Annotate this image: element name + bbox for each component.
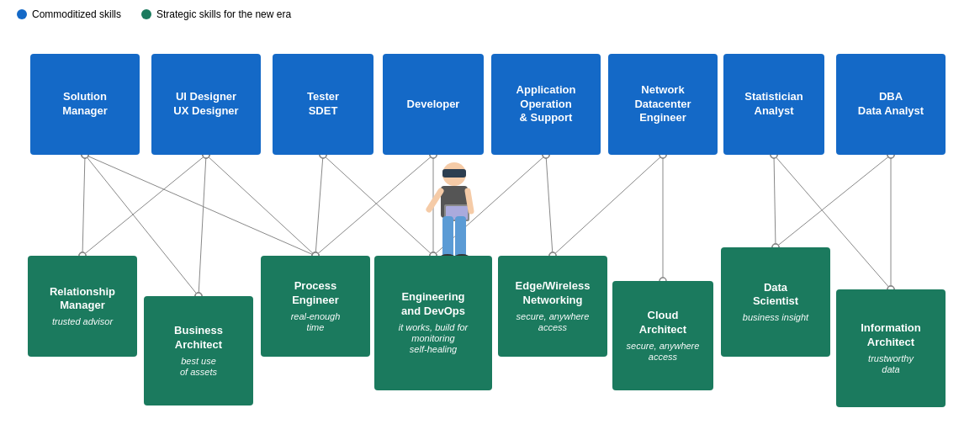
data-scientist-subtitle: business insight [743, 312, 808, 323]
edge-wireless-title: Edge/Wireless Networking [516, 279, 591, 308]
edge-wireless-subtitle: secure, anywhere access [516, 311, 590, 333]
svg-line-6 [85, 155, 315, 256]
ui-designer-card: UI Designer UX Designer [151, 54, 261, 155]
svg-line-42 [774, 155, 776, 247]
developer-title: Developer [407, 98, 460, 112]
statistician-title: Statistician Analyst [744, 90, 803, 119]
svg-line-24 [315, 155, 433, 256]
relationship-manager-title: Relationship Manager [50, 285, 115, 314]
svg-line-12 [199, 155, 206, 296]
svg-line-60 [468, 191, 471, 211]
business-architect-title: Business Architect [174, 324, 223, 352]
svg-line-9 [82, 155, 206, 256]
svg-line-18 [315, 155, 323, 256]
ui-designer-title: UI Designer UX Designer [173, 90, 238, 119]
legend-commoditized: Commoditized skills [17, 8, 121, 20]
process-engineer-card: Process Engineerreal-enough time [261, 256, 370, 357]
info-architect-title: Information Architect [861, 321, 921, 350]
solution-manager-title: Solution Manager [62, 90, 107, 119]
svg-line-36 [553, 155, 663, 256]
strategic-dot [141, 9, 151, 19]
svg-line-0 [82, 155, 85, 256]
svg-rect-55 [442, 169, 466, 178]
tester-title: Tester SDET [307, 90, 339, 119]
dba-card: DBA Data Analyst [836, 54, 946, 155]
relationship-manager-subtitle: trusted advisor [52, 316, 113, 327]
svg-line-59 [429, 191, 441, 209]
cloud-architect-subtitle: secure, anywhere access [627, 341, 700, 363]
info-architect-subtitle: trustworthy data [868, 353, 914, 375]
statistician-card: Statistician Analyst [723, 54, 824, 155]
process-engineer-title: Process Engineer [292, 279, 339, 308]
dba-title: DBA Data Analyst [858, 90, 924, 119]
svg-line-33 [546, 155, 553, 256]
relationship-manager-card: Relationship Managertrusted advisor [28, 256, 137, 357]
commoditized-label: Commoditized skills [32, 8, 121, 20]
svg-line-48 [776, 155, 891, 247]
network-dc-title: Network Datacenter Engineer [634, 83, 691, 126]
business-architect-card: Business Architectbest use of assets [144, 296, 253, 405]
svg-rect-61 [442, 216, 453, 258]
network-dc-card: Network Datacenter Engineer [608, 54, 718, 155]
developer-card: Developer [383, 54, 484, 155]
edge-wireless-card: Edge/Wireless Networkingsecure, anywhere… [498, 256, 607, 357]
app-operation-title: Application Operation & Support [516, 83, 576, 126]
data-scientist-title: Data Scientist [753, 281, 798, 310]
diagram-area: const data = JSON.parse(document.getElem… [0, 29, 980, 416]
info-architect-card: Information Architecttrustworthy data [836, 289, 946, 407]
eng-devops-title: Engineering and DevOps [401, 290, 465, 319]
eng-devops-card: Engineering and DevOpsit works, build fo… [374, 256, 492, 390]
tester-card: Tester SDET [273, 54, 373, 155]
app-operation-card: Application Operation & Support [491, 54, 601, 155]
commoditized-dot [17, 9, 27, 19]
data-scientist-card: Data Scientistbusiness insight [721, 247, 830, 357]
legend-strategic: Strategic skills for the new era [141, 8, 291, 20]
eng-devops-subtitle: it works, build for monitoring self-heal… [399, 322, 469, 356]
cloud-architect-card: Cloud Architectsecure, anywhere access [612, 281, 713, 390]
cloud-architect-title: Cloud Architect [639, 309, 686, 337]
svg-line-21 [323, 155, 433, 256]
svg-line-15 [206, 155, 315, 256]
svg-rect-62 [455, 216, 466, 258]
process-engineer-subtitle: real-enough time [291, 311, 341, 333]
solution-manager-card: Solution Manager [30, 54, 140, 155]
legend: Commoditized skills Strategic skills for… [0, 0, 980, 29]
strategic-label: Strategic skills for the new era [156, 8, 291, 20]
business-architect-subtitle: best use of assets [180, 356, 217, 378]
